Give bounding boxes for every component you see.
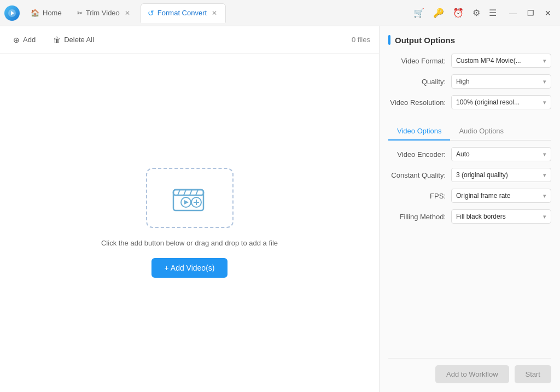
- constant-quality-select[interactable]: 3 (original quality) ▾: [451, 168, 551, 182]
- tab-video-options[interactable]: Video Options: [388, 122, 450, 141]
- file-count: 0 files: [352, 36, 370, 44]
- video-encoder-row: Video Encoder: Auto ▾: [388, 147, 551, 161]
- tab-format-convert-close[interactable]: ✕: [210, 9, 219, 17]
- video-format-chevron: ▾: [543, 57, 546, 65]
- title-bar: 🏠 Home ✂ Trim Video ✕ ↺ Format Convert ✕…: [0, 0, 560, 26]
- constant-quality-row: Constant Quality: 3 (original quality) ▾: [388, 168, 551, 182]
- svg-line-4: [178, 190, 180, 195]
- video-options-content: Video Encoder: Auto ▾ Constant Quality: …: [388, 147, 551, 230]
- fps-value: Original frame rate: [456, 192, 510, 200]
- output-options-title: Output Options: [388, 35, 551, 45]
- svg-line-7: [196, 190, 198, 195]
- format-convert-icon: ↺: [148, 9, 154, 17]
- svg-rect-2: [173, 190, 203, 210]
- add-to-workflow-button[interactable]: Add to Workflow: [435, 365, 509, 383]
- minimize-button[interactable]: —: [505, 5, 521, 21]
- constant-quality-value: 3 (original quality): [456, 171, 508, 179]
- tab-audio-options[interactable]: Audio Options: [450, 122, 512, 141]
- trash-icon: 🗑: [53, 36, 61, 44]
- quality-chevron: ▾: [543, 78, 546, 85]
- quality-label: Quality:: [388, 78, 451, 86]
- left-panel: ⊕ Add 🗑 Delete All 0 files: [0, 26, 380, 392]
- constant-quality-label: Constant Quality:: [388, 171, 451, 179]
- filling-method-select[interactable]: Fill black borders ▾: [451, 209, 551, 224]
- tab-trim-video-close[interactable]: ✕: [123, 9, 132, 17]
- video-resolution-row: Video Resolution: 100% (original resol..…: [388, 95, 551, 109]
- svg-line-6: [190, 190, 192, 195]
- video-encoder-value: Auto: [456, 150, 470, 158]
- video-format-value: Custom MP4 Movie(...: [456, 57, 521, 65]
- maximize-button[interactable]: ❐: [523, 5, 538, 21]
- tab-format-convert-label: Format Convert: [158, 9, 207, 17]
- video-resolution-label: Video Resolution:: [388, 98, 451, 107]
- filling-method-label: Filling Method:: [388, 213, 451, 221]
- drop-icon-box: [146, 168, 234, 228]
- add-video-button[interactable]: + Add Video(s): [151, 258, 228, 278]
- close-button[interactable]: ✕: [540, 5, 556, 21]
- options-tabs: Video Options Audio Options: [388, 122, 551, 141]
- cart-icon[interactable]: 🛒: [411, 5, 427, 20]
- filling-method-row: Filling Method: Fill black borders ▾: [388, 209, 551, 224]
- quality-row: Quality: High ▾: [388, 74, 551, 89]
- add-button[interactable]: ⊕ Add: [9, 33, 40, 46]
- title-bar-actions: 🛒 🔑 ⏰ ⚙ ☰: [411, 5, 499, 20]
- video-encoder-select[interactable]: Auto ▾: [451, 147, 551, 161]
- tab-trim-video-label: Trim Video: [86, 9, 120, 17]
- add-label: Add: [23, 36, 36, 44]
- main-content: ⊕ Add 🗑 Delete All 0 files: [0, 26, 560, 392]
- svg-marker-9: [184, 200, 189, 204]
- trim-icon: ✂: [77, 9, 83, 17]
- start-button[interactable]: Start: [515, 365, 551, 383]
- home-icon: 🏠: [31, 9, 39, 17]
- delete-all-button[interactable]: 🗑 Delete All: [49, 33, 98, 46]
- video-resolution-select[interactable]: 100% (original resol... ▾: [451, 95, 551, 109]
- fps-select[interactable]: Original frame rate ▾: [451, 189, 551, 203]
- quality-select[interactable]: High ▾: [451, 74, 551, 89]
- quality-value: High: [456, 78, 470, 85]
- clock-icon[interactable]: ⏰: [451, 5, 466, 20]
- tab-format-convert[interactable]: ↺ Format Convert ✕: [141, 3, 226, 23]
- svg-line-5: [184, 190, 186, 195]
- drop-area[interactable]: Click the add button below or drag and d…: [0, 54, 379, 392]
- bottom-actions: Add to Workflow Start: [388, 358, 551, 383]
- video-format-row: Video Format: Custom MP4 Movie(... ▾: [388, 54, 551, 68]
- video-format-select[interactable]: Custom MP4 Movie(... ▾: [451, 54, 551, 68]
- filling-method-value: Fill black borders: [456, 213, 506, 220]
- video-encoder-label: Video Encoder:: [388, 150, 451, 159]
- tab-home[interactable]: 🏠 Home: [24, 3, 68, 23]
- menu-icon[interactable]: ☰: [487, 5, 499, 20]
- video-format-label: Video Format:: [388, 57, 451, 65]
- drop-instruction: Click the add button below or drag and d…: [101, 239, 278, 247]
- constant-quality-chevron: ▾: [543, 172, 546, 179]
- tab-home-label: Home: [43, 9, 62, 17]
- tab-trim-video[interactable]: ✂ Trim Video ✕: [71, 3, 138, 23]
- add-icon: ⊕: [13, 36, 20, 44]
- delete-all-label: Delete All: [64, 36, 94, 44]
- settings-icon[interactable]: ⚙: [470, 5, 482, 20]
- video-encoder-chevron: ▾: [543, 151, 546, 158]
- video-resolution-chevron: ▾: [543, 99, 546, 106]
- window-controls: — ❐ ✕: [505, 5, 556, 21]
- key-icon[interactable]: 🔑: [431, 5, 446, 20]
- fps-row: FPS: Original frame rate ▾: [388, 189, 551, 203]
- filling-method-chevron: ▾: [543, 213, 546, 220]
- toolbar: ⊕ Add 🗑 Delete All 0 files: [0, 26, 379, 54]
- app-logo: [4, 5, 20, 21]
- drop-icon: [168, 182, 212, 214]
- fps-label: FPS:: [388, 192, 451, 200]
- fps-chevron: ▾: [543, 192, 546, 200]
- video-resolution-value: 100% (original resol...: [456, 98, 520, 106]
- right-panel: Output Options Video Format: Custom MP4 …: [380, 26, 560, 392]
